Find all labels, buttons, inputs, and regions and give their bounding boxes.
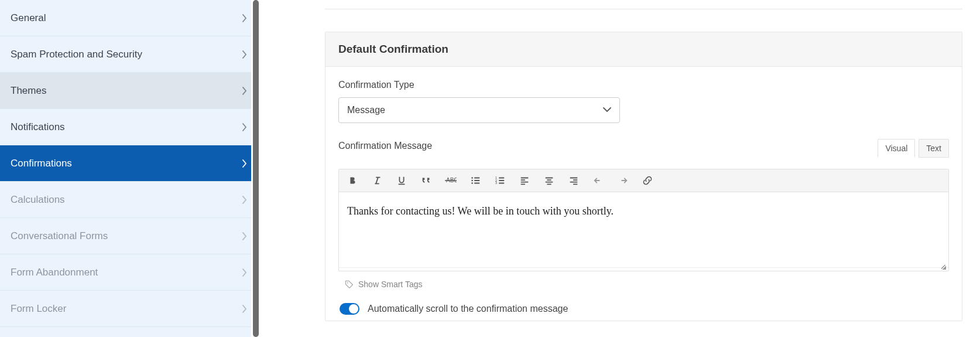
sidebar-item-label: Spam Protection and Security [11, 49, 142, 60]
align-center-icon[interactable] [542, 173, 557, 188]
bold-icon[interactable] [345, 173, 360, 188]
svg-point-2 [471, 177, 473, 179]
align-right-icon[interactable] [566, 173, 581, 188]
confirmation-message-label: Confirmation Message [338, 141, 949, 151]
redo-icon[interactable] [615, 173, 631, 188]
confirmation-type-label: Confirmation Type [338, 80, 949, 90]
undo-icon[interactable] [591, 173, 606, 188]
editor-tab-text[interactable]: Text [919, 139, 949, 158]
wysiwyg-editor: ABC 123 Thanks for contacting us! We wil… [338, 169, 949, 271]
svg-point-3 [471, 180, 473, 182]
editor-resize-handle[interactable] [339, 267, 948, 271]
svg-text:3: 3 [495, 181, 497, 185]
column-gutter [261, 0, 296, 337]
sidebar-item-general[interactable]: General [0, 0, 261, 36]
autoscroll-toggle[interactable] [340, 303, 359, 315]
chevron-right-icon [242, 305, 248, 313]
editor-tab-visual[interactable]: Visual [878, 139, 915, 158]
sidebar-item-label: General [11, 12, 46, 24]
autoscroll-setting: Automatically scroll to the confirmation… [338, 303, 949, 315]
chevron-right-icon [242, 268, 248, 277]
chevron-right-icon [242, 87, 248, 95]
confirmation-message-block: Confirmation Message Visual Text ABC 123 [338, 141, 949, 315]
align-left-icon[interactable] [517, 173, 532, 188]
sidebar-item-confirmations[interactable]: Confirmations [0, 145, 261, 182]
number-list-icon[interactable]: 123 [492, 173, 508, 188]
chevron-down-icon [603, 107, 611, 113]
chevron-right-icon [242, 50, 248, 59]
chevron-right-icon [242, 14, 248, 22]
chevron-right-icon [242, 232, 248, 240]
sidebar-item-label: Themes [11, 85, 46, 97]
link-icon[interactable] [640, 173, 655, 188]
tag-icon [344, 280, 354, 289]
confirmation-panel: Default Confirmation Confirmation Type M… [325, 32, 962, 321]
sidebar-item-themes[interactable]: Themes [0, 73, 261, 109]
sidebar-item-calculations[interactable]: Calculations [0, 182, 261, 218]
editor-tabs: Visual Text [878, 139, 949, 158]
chevron-right-icon [242, 159, 248, 168]
sidebar-item-label: Confirmations [11, 158, 72, 169]
divider [325, 9, 962, 9]
smart-tags-label: Show Smart Tags [358, 280, 422, 289]
sidebar-item-conversational-forms[interactable]: Conversational Forms [0, 218, 261, 254]
sidebar-item-form-locker[interactable]: Form Locker [0, 291, 261, 327]
svg-point-8 [347, 282, 348, 284]
sidebar-item-label: Conversational Forms [11, 230, 108, 242]
sidebar-item-spam-protection[interactable]: Spam Protection and Security [0, 36, 261, 73]
sidebar-item-notifications[interactable]: Notifications [0, 109, 261, 145]
editor-toolbar: ABC 123 [339, 169, 948, 192]
sidebar-scrollbar[interactable] [251, 0, 261, 337]
panel-title: Default Confirmation [325, 32, 962, 67]
underline-icon[interactable] [394, 173, 409, 188]
sidebar-item-label: Form Locker [11, 303, 66, 315]
show-smart-tags-link[interactable]: Show Smart Tags [338, 280, 949, 289]
sidebar-item-label: Calculations [11, 194, 65, 206]
sidebar-item-form-abandonment[interactable]: Form Abandonment [0, 254, 261, 291]
sidebar-item-label: Form Abandonment [11, 267, 98, 278]
panel-body: Confirmation Type Message Confirmation M… [325, 67, 962, 321]
chevron-right-icon [242, 123, 248, 131]
chevron-right-icon [242, 196, 248, 204]
settings-sidebar: General Spam Protection and Security The… [0, 0, 261, 337]
italic-icon[interactable] [369, 173, 385, 188]
select-value: Message [347, 105, 385, 115]
strikethrough-icon[interactable]: ABC [443, 173, 458, 188]
main-content: Default Confirmation Confirmation Type M… [296, 0, 980, 337]
blockquote-icon[interactable] [419, 173, 434, 188]
svg-point-4 [471, 182, 473, 184]
confirmation-type-select[interactable]: Message [338, 97, 620, 123]
sidebar-item-label: Notifications [11, 121, 65, 133]
bullet-list-icon[interactable] [468, 173, 483, 188]
autoscroll-label: Automatically scroll to the confirmation… [368, 304, 568, 314]
confirmation-message-input[interactable]: Thanks for contacting us! We will be in … [339, 192, 948, 267]
